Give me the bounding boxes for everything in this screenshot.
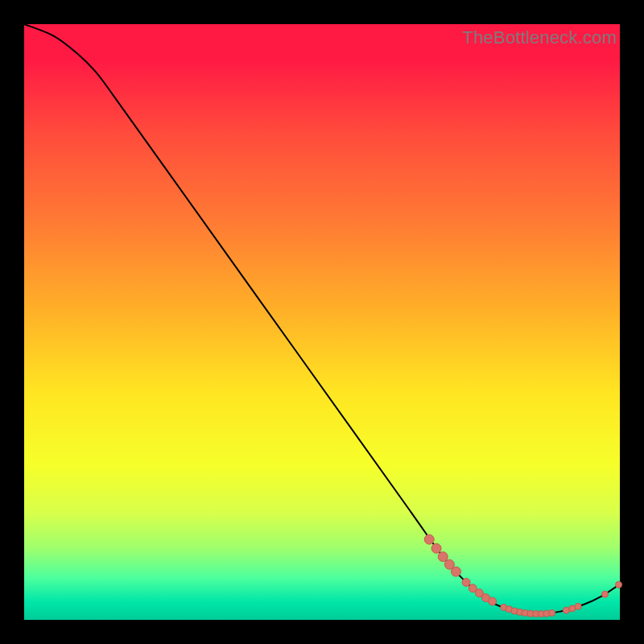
data-point-marker xyxy=(438,552,448,562)
data-point-marker xyxy=(575,603,581,609)
data-point-marker xyxy=(569,605,576,612)
data-point-marker xyxy=(462,578,470,586)
bottleneck-curve xyxy=(24,24,620,614)
chart-svg xyxy=(24,24,620,620)
data-point-marker xyxy=(431,543,441,553)
chart-plot-area: TheBottleneck.com xyxy=(24,24,620,620)
data-point-marker xyxy=(602,591,609,597)
data-point-marker xyxy=(489,597,497,605)
data-point-marker xyxy=(452,567,461,576)
markers-group xyxy=(424,535,621,617)
data-point-marker xyxy=(549,609,555,616)
data-point-marker xyxy=(424,535,434,544)
data-point-marker xyxy=(563,607,569,613)
data-point-marker xyxy=(616,581,622,588)
